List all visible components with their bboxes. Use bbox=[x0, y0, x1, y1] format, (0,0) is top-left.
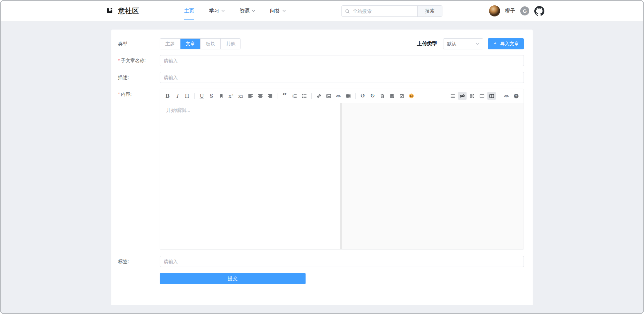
chevron-down-icon bbox=[221, 10, 225, 12]
nav-item-learn[interactable]: 学习 bbox=[209, 1, 225, 21]
content-label: *内容: bbox=[118, 89, 160, 100]
svg-text:3: 3 bbox=[292, 96, 293, 98]
tag-input[interactable] bbox=[160, 256, 524, 267]
code-block-icon[interactable]: </> bbox=[334, 92, 342, 100]
gitee-icon[interactable]: G bbox=[520, 6, 529, 15]
browser-viewport: 意社区 主页 学习 资源 问答 搜索 bbox=[0, 0, 644, 314]
submit-button[interactable]: 提交 bbox=[160, 273, 306, 284]
logo-icon bbox=[106, 7, 115, 15]
download-icon bbox=[493, 41, 498, 46]
image-icon[interactable] bbox=[324, 92, 333, 100]
content-row: *内容: B I H U S x² x₂ bbox=[118, 89, 524, 250]
undo-icon[interactable]: ↺ bbox=[359, 92, 367, 100]
top-navbar: 意社区 主页 学习 资源 问答 搜索 bbox=[1, 1, 643, 21]
superscript-icon[interactable]: x² bbox=[227, 92, 235, 100]
type-radio-group: 主题 文章 板块 其他 bbox=[160, 38, 241, 49]
emoji-icon[interactable] bbox=[407, 92, 416, 100]
user-area: 橙子 G bbox=[489, 1, 544, 21]
import-article-label: 导入文章 bbox=[500, 41, 519, 47]
toolbar-divider bbox=[194, 93, 195, 99]
strikethrough-icon[interactable]: S bbox=[207, 92, 216, 100]
delete-icon[interactable] bbox=[378, 92, 386, 100]
search-icon bbox=[345, 9, 350, 14]
subscript-icon[interactable]: x₂ bbox=[236, 92, 245, 100]
type-row: 类型: 主题 文章 板块 其他 上传类型: 默认 导入文章 bbox=[118, 38, 524, 49]
help-icon[interactable]: ? bbox=[512, 92, 520, 100]
search-input[interactable] bbox=[342, 6, 417, 16]
unordered-list-icon[interactable] bbox=[300, 92, 308, 100]
gitee-letter: G bbox=[523, 8, 527, 14]
toolbar-divider bbox=[499, 93, 499, 99]
type-label: 类型: bbox=[118, 38, 160, 49]
required-mark: * bbox=[118, 91, 120, 97]
name-label: *子文章名称: bbox=[118, 55, 160, 66]
toolbar-divider bbox=[355, 93, 356, 99]
toolbar-divider bbox=[277, 93, 277, 99]
editor-toolbar: B I H U S x² x₂ “ 123 bbox=[160, 89, 524, 103]
nav-item-label: 主页 bbox=[184, 8, 194, 14]
upload-type-select[interactable]: 默认 bbox=[443, 38, 483, 49]
source-code-icon[interactable]: </> bbox=[502, 92, 511, 100]
description-label: 描述: bbox=[118, 72, 160, 83]
nav-item-label: 学习 bbox=[209, 8, 219, 14]
align-right-icon[interactable] bbox=[266, 92, 274, 100]
ordered-list-icon[interactable]: 123 bbox=[290, 92, 299, 100]
site-title: 意社区 bbox=[118, 6, 139, 15]
hide-preview-icon[interactable] bbox=[458, 92, 467, 100]
editor-split-handle[interactable] bbox=[340, 103, 342, 249]
name-row: *子文章名称: bbox=[118, 55, 524, 66]
upload-controls: 上传类型: 默认 导入文章 bbox=[417, 38, 524, 49]
subarticle-name-input[interactable] bbox=[160, 55, 524, 66]
toolbar-divider bbox=[311, 93, 312, 99]
editor-placeholder: 开始编辑... bbox=[166, 107, 191, 113]
type-option-board[interactable]: 板块 bbox=[200, 39, 220, 49]
fullscreen-icon[interactable] bbox=[468, 92, 476, 100]
chevron-down-icon bbox=[476, 43, 479, 45]
type-option-topic[interactable]: 主题 bbox=[160, 39, 180, 49]
required-mark: * bbox=[118, 58, 120, 63]
nav-item-resources[interactable]: 资源 bbox=[239, 1, 255, 21]
redo-icon[interactable]: ↻ bbox=[368, 92, 377, 100]
tag-row: 标签: bbox=[118, 256, 524, 267]
github-icon[interactable] bbox=[534, 6, 544, 16]
split-view-icon[interactable] bbox=[487, 92, 496, 100]
export-check-icon[interactable] bbox=[397, 92, 406, 100]
nav-item-qa[interactable]: 问答 bbox=[270, 1, 286, 21]
save-icon[interactable] bbox=[388, 92, 396, 100]
markdown-editor: B I H U S x² x₂ “ 123 bbox=[160, 89, 524, 250]
type-option-article[interactable]: 文章 bbox=[180, 38, 200, 49]
description-row: 描述: bbox=[118, 72, 524, 83]
submit-row: 提交 bbox=[118, 273, 524, 284]
type-option-other[interactable]: 其他 bbox=[220, 39, 240, 49]
svg-text:?: ? bbox=[515, 94, 517, 98]
link-icon[interactable] bbox=[315, 92, 323, 100]
outline-menu-icon[interactable] bbox=[448, 92, 457, 100]
underline-icon[interactable]: U bbox=[198, 92, 206, 100]
editor-input-pane[interactable]: 开始编辑... bbox=[160, 103, 340, 249]
editor-preview-pane bbox=[342, 103, 524, 249]
preview-page-icon[interactable] bbox=[478, 92, 486, 100]
search-button[interactable]: 搜索 bbox=[417, 6, 442, 16]
nav-item-home[interactable]: 主页 bbox=[184, 1, 194, 21]
editor-body: 开始编辑... bbox=[160, 103, 524, 249]
global-search: 搜索 bbox=[341, 5, 442, 17]
import-article-button[interactable]: 导入文章 bbox=[488, 38, 524, 49]
align-center-icon[interactable] bbox=[256, 92, 264, 100]
italic-icon[interactable]: I bbox=[173, 92, 181, 100]
tag-label: 标签: bbox=[118, 256, 160, 267]
heading-icon[interactable]: H bbox=[183, 92, 191, 100]
align-left-icon[interactable] bbox=[246, 92, 255, 100]
logo[interactable]: 意社区 bbox=[106, 6, 139, 15]
blockquote-icon[interactable]: “ bbox=[280, 92, 289, 100]
bold-icon[interactable]: B bbox=[163, 92, 172, 100]
avatar[interactable] bbox=[489, 5, 500, 16]
description-input[interactable] bbox=[160, 72, 524, 83]
publish-form-card: 类型: 主题 文章 板块 其他 上传类型: 默认 导入文章 bbox=[111, 30, 533, 305]
upload-type-label: 上传类型: bbox=[417, 41, 439, 47]
bookmark-icon[interactable] bbox=[217, 92, 225, 100]
username[interactable]: 橙子 bbox=[505, 8, 515, 14]
upload-type-value: 默认 bbox=[447, 41, 457, 47]
nav-item-label: 问答 bbox=[270, 8, 280, 14]
table-icon[interactable] bbox=[344, 92, 352, 100]
nav-item-label: 资源 bbox=[239, 8, 250, 14]
